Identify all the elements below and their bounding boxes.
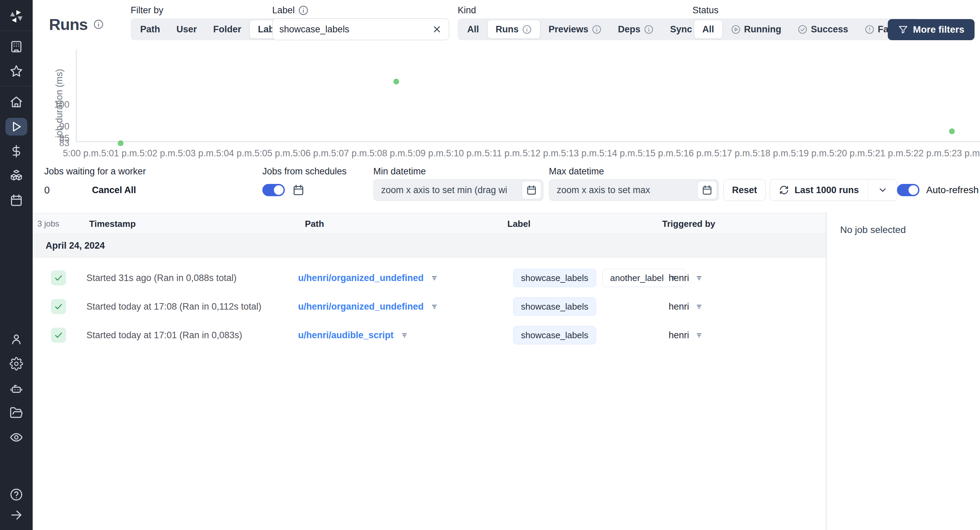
last-runs-button[interactable]: Last 1000 runs (770, 179, 868, 201)
no-job-selected-text: No job selected (840, 225, 906, 235)
chart-plot-area[interactable] (76, 50, 980, 142)
reset-group: Reset (724, 165, 765, 201)
run-path-link[interactable]: u/henri/organized_undefined (298, 302, 424, 312)
kind-group: Kind AllRunsPreviewsDepsSync (458, 4, 715, 40)
filter-by-path-icon[interactable] (430, 273, 439, 283)
sidebar-item-folders[interactable] (5, 404, 27, 422)
x-tick-label: 5:15 p.m. (638, 148, 676, 159)
auto-refresh-label: Auto-refresh (926, 185, 978, 196)
label-filter-input[interactable]: showcase_labels (272, 18, 449, 40)
jobs-waiting-group: Jobs waiting for a worker 0 Cancel All (44, 165, 146, 201)
y-tick-label: 90 (42, 121, 69, 132)
sidebar-item-workers[interactable] (5, 380, 27, 397)
x-tick-label: 5:08 p.m. (369, 148, 408, 159)
cancel-all-button[interactable]: Cancel All (90, 185, 138, 196)
page-title: Runs (49, 15, 88, 34)
info-icon (644, 24, 654, 34)
runs-info-icon[interactable] (93, 19, 104, 30)
date-group-label: April 24, 2024 (46, 241, 105, 251)
kind-option-deps[interactable]: Deps (610, 20, 662, 39)
filter-by-path-icon[interactable] (430, 302, 439, 311)
jobs-from-schedules-toggle[interactable] (262, 184, 285, 196)
x-tick-label: 5:02 p.m. (140, 148, 178, 159)
filter-by-path-icon[interactable] (400, 331, 409, 340)
y-tick-label: 100 (42, 99, 69, 110)
more-filters-button[interactable]: More filters (888, 19, 975, 40)
x-tick-label: 5:03 p.m. (178, 148, 216, 159)
filter-by-option-path[interactable]: Path (132, 20, 169, 39)
help-button[interactable] (5, 486, 27, 503)
sidebar-item-workspace[interactable] (5, 38, 27, 56)
sidebar-item-home[interactable] (5, 93, 27, 111)
jobs-waiting-count: 0 (44, 185, 50, 196)
min-datetime-input[interactable]: zoom x axis to set min (drag wi (373, 179, 543, 201)
table-row[interactable]: Started today at 17:01 (Ran in 0,083s) u… (33, 321, 826, 350)
kind-option-all[interactable]: All (459, 20, 487, 39)
kind-option-runs[interactable]: Runs (487, 20, 541, 39)
reset-button[interactable]: Reset (724, 179, 765, 201)
x-tick-label: 5:13 p.m. (561, 148, 600, 159)
table-row[interactable]: Started today at 17:08 (Ran in 0,112s to… (33, 292, 826, 321)
column-label: Label (508, 213, 530, 234)
collapse-sidebar-button[interactable] (5, 506, 27, 524)
runs-range-group: Last 1000 runs (770, 165, 897, 201)
sidebar-item-resources[interactable] (5, 167, 27, 185)
triggered-by-user: henri (669, 330, 689, 341)
status-option-running[interactable]: Running (723, 20, 789, 39)
runs-controls: Jobs waiting for a worker 0 Cancel All J… (33, 160, 980, 213)
kind-option-previews[interactable]: Previews (540, 20, 610, 39)
sidebar-item-settings[interactable] (5, 355, 27, 373)
windmill-logo-icon[interactable] (8, 8, 24, 24)
max-datetime-input[interactable]: zoom x axis to set max (549, 179, 719, 201)
sidebar-item-audit-logs[interactable] (5, 428, 27, 446)
sidebar-item-variables[interactable] (5, 142, 27, 160)
sidebar-item-runs[interactable] (5, 118, 27, 136)
play-circle-icon (731, 24, 741, 34)
column-path: Path (305, 213, 324, 234)
filter-by-option-user[interactable]: User (169, 20, 205, 39)
run-timestamp: Started 31s ago (Ran in 0,088s total) (86, 263, 237, 292)
run-path-link[interactable]: u/henri/organized_undefined (298, 273, 424, 283)
status-label: Status (692, 4, 917, 16)
label-info-icon[interactable] (298, 5, 309, 16)
max-datetime-calendar-button[interactable] (697, 181, 717, 199)
chart-data-point[interactable] (118, 140, 124, 146)
x-tick-label: 5:01 p.m. (101, 148, 140, 159)
sidebar-item-schedules[interactable] (5, 192, 27, 209)
schedules-calendar-icon[interactable] (292, 184, 305, 196)
alert-circle-icon (865, 24, 875, 34)
label-chip-active[interactable]: showcase_labels (513, 297, 596, 316)
status-option-success[interactable]: Success (789, 20, 856, 39)
run-path-link[interactable]: u/henri/audible_script (298, 330, 394, 341)
x-tick-label: 5:10 p.m. (446, 148, 485, 159)
auto-refresh-toggle[interactable] (897, 184, 920, 196)
filter-by-option-folder[interactable]: Folder (205, 20, 250, 39)
label-chip-active[interactable]: showcase_labels (513, 269, 596, 287)
runs-range-dropdown-button[interactable] (868, 179, 897, 201)
max-datetime-placeholder: zoom x axis to set max (557, 185, 650, 196)
sidebar-item-users[interactable] (5, 330, 27, 348)
x-tick-label: 5:17 p.m. (714, 148, 753, 159)
x-tick-label: 5:11 p.m. (485, 148, 522, 159)
sidebar-item-favorites[interactable] (5, 62, 27, 80)
x-tick-label: 5:22 p.m. (906, 148, 944, 159)
x-tick-label: 5:16 p.m. (676, 148, 714, 159)
x-tick-label: 5:07 p.m. (331, 148, 369, 159)
filter-lines-icon (400, 331, 409, 340)
label-filter-group: Label showcase_labels (272, 4, 449, 40)
clear-label-filter-icon[interactable] (432, 24, 442, 34)
min-datetime-calendar-button[interactable] (522, 181, 541, 199)
label-chip-active[interactable]: showcase_labels (513, 326, 596, 344)
run-labels: showcase_labels (513, 292, 596, 321)
chart-data-point[interactable] (949, 128, 955, 134)
filter-by-user-icon[interactable] (695, 331, 704, 340)
label-filter-value: showcase_labels (279, 24, 432, 35)
table-row[interactable]: Started 31s ago (Ran in 0,088s total) u/… (33, 263, 826, 292)
filter-by-user-icon[interactable] (695, 273, 704, 283)
check-circle-icon (798, 24, 808, 34)
filter-by-group: Filter by PathUserFolderLabel (130, 4, 292, 40)
x-tick-label: 5:19 p.m. (791, 148, 829, 159)
filter-by-user-icon[interactable] (695, 302, 704, 311)
status-option-all[interactable]: All (694, 20, 723, 39)
runs-duration-chart[interactable]: job duration (ms) 100908583 5:00 p.m.5:0… (33, 47, 980, 161)
